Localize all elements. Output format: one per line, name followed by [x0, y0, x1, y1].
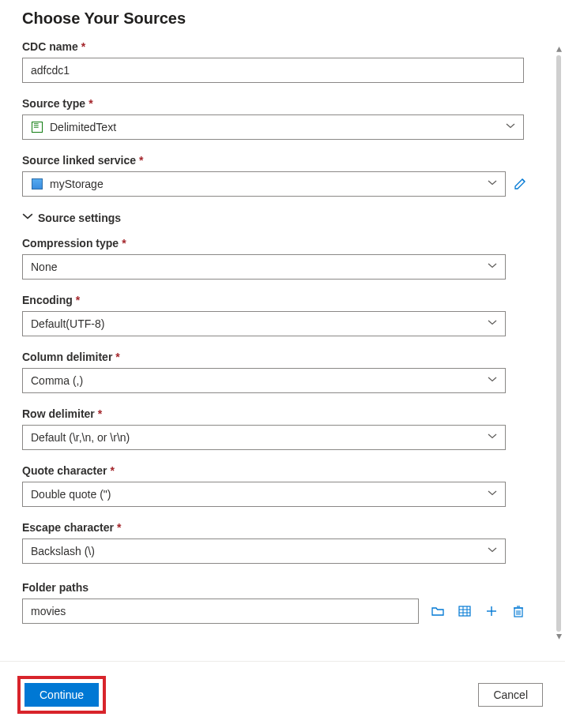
chevron-down-icon — [506, 122, 515, 133]
quote-character-dropdown[interactable]: Double quote (") — [22, 482, 506, 507]
source-settings-toggle[interactable]: Source settings — [22, 211, 543, 224]
escape-character-label: Escape character* — [22, 521, 543, 534]
escape-character-dropdown[interactable]: Backslash (\) — [22, 538, 506, 564]
scroll-up-arrow[interactable]: ▴ — [556, 44, 562, 55]
column-delimiter-dropdown[interactable]: Comma (,) — [22, 368, 506, 393]
chevron-down-icon — [488, 489, 497, 501]
page-title: Choose Your Sources — [22, 9, 543, 28]
scroll-thumb[interactable] — [556, 55, 561, 632]
chevron-down-icon — [22, 211, 33, 224]
row-delimiter-dropdown[interactable]: Default (\r,\n, or \r\n) — [22, 425, 506, 450]
scrollbar[interactable]: ▴ ▾ — [556, 44, 562, 644]
source-linked-service-dropdown[interactable]: myStorage — [22, 171, 506, 197]
quote-character-label: Quote character* — [22, 464, 543, 477]
chevron-down-icon — [488, 261, 497, 273]
folder-paths-input[interactable]: movies — [22, 599, 419, 624]
scroll-down-arrow[interactable]: ▾ — [556, 632, 562, 643]
edit-linked-service-icon[interactable] — [514, 176, 528, 193]
compression-type-dropdown[interactable]: None — [22, 254, 506, 280]
chevron-down-icon — [488, 375, 497, 387]
chevron-down-icon — [488, 318, 497, 330]
delete-icon[interactable] — [510, 603, 526, 619]
source-linked-service-label: Source linked service* — [22, 154, 543, 167]
chevron-down-icon — [488, 432, 497, 444]
source-settings-label: Source settings — [38, 212, 121, 224]
chevron-down-icon — [488, 546, 497, 557]
cancel-button[interactable]: Cancel — [478, 683, 543, 707]
delimited-text-icon — [31, 121, 43, 133]
compression-type-label: Compression type* — [22, 237, 543, 250]
column-delimiter-label: Column delimiter* — [22, 351, 543, 363]
cdc-name-label: CDC name* — [22, 40, 543, 53]
continue-button[interactable]: Continue — [24, 683, 99, 707]
source-type-dropdown[interactable]: DelimitedText — [22, 114, 524, 140]
cdc-name-input[interactable]: adfcdc1 — [22, 58, 524, 83]
preview-data-icon[interactable] — [457, 603, 473, 619]
row-delimiter-label: Row delimiter* — [22, 407, 543, 420]
folder-paths-label: Folder paths — [22, 581, 543, 594]
encoding-dropdown[interactable]: Default(UTF-8) — [22, 311, 506, 336]
source-type-label: Source type* — [22, 97, 543, 110]
chevron-down-icon — [488, 178, 497, 190]
add-icon[interactable] — [484, 603, 499, 619]
browse-folder-icon[interactable] — [430, 603, 446, 619]
encoding-label: Encoding* — [22, 294, 543, 306]
storage-icon — [31, 178, 43, 190]
continue-highlight: Continue — [17, 676, 106, 714]
svg-rect-0 — [459, 606, 470, 616]
